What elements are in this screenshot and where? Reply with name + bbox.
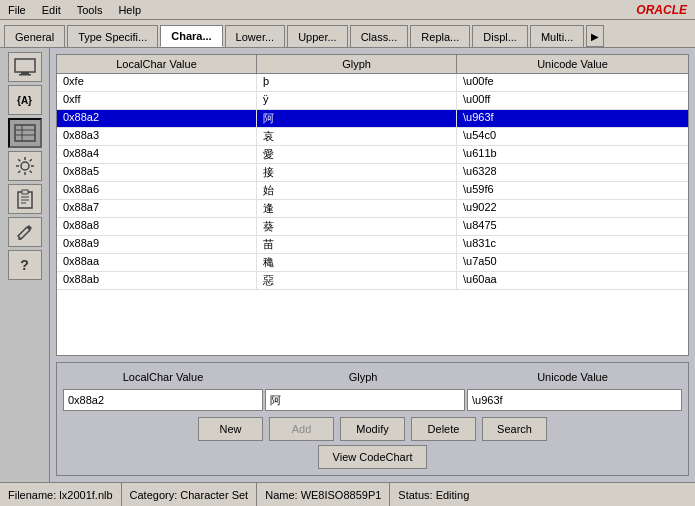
menu-file[interactable]: File xyxy=(4,3,30,17)
delete-button[interactable]: Delete xyxy=(411,417,476,441)
cell-glyph: 葵 xyxy=(257,218,457,235)
edit-form-header: LocalChar Value Glyph Unicode Value xyxy=(63,369,682,385)
edit-area: LocalChar Value Glyph Unicode Value New … xyxy=(56,362,689,476)
tab-displ[interactable]: Displ... xyxy=(472,25,528,47)
header-localchar: LocalChar Value xyxy=(57,55,257,73)
cell-glyph: 接 xyxy=(257,164,457,181)
status-filename: Filename: lx2001f.nlb xyxy=(0,483,122,506)
cell-localchar: 0x88ab xyxy=(57,272,257,289)
glyph-input[interactable] xyxy=(265,389,465,411)
menu-bar: File Edit Tools Help ORACLE xyxy=(0,0,695,20)
tab-type-specifi[interactable]: Type Specifi... xyxy=(67,25,158,47)
menu-items: File Edit Tools Help xyxy=(4,3,145,17)
edit-header-glyph: Glyph xyxy=(263,369,463,385)
cell-unicode: \u963f xyxy=(457,110,688,127)
header-glyph: Glyph xyxy=(257,55,457,73)
cell-glyph: ÿ xyxy=(257,92,457,109)
svg-rect-2 xyxy=(19,74,31,76)
cell-unicode: \u59f6 xyxy=(457,182,688,199)
cell-unicode: \u60aa xyxy=(457,272,688,289)
cell-localchar: 0x88a6 xyxy=(57,182,257,199)
tab-general[interactable]: General xyxy=(4,25,65,47)
cell-localchar: 0x88a8 xyxy=(57,218,257,235)
cell-localchar: 0x88a4 xyxy=(57,146,257,163)
table-body[interactable]: 0xfeþ\u00fe0xffÿ\u00ff0x88a2阿\u963f0x88a… xyxy=(57,74,688,355)
cell-localchar: 0x88aa xyxy=(57,254,257,271)
tab-multi[interactable]: Multi... xyxy=(530,25,584,47)
sidebar: {A} xyxy=(0,48,50,482)
table-row[interactable]: 0x88a2阿\u963f xyxy=(57,110,688,128)
modify-button[interactable]: Modify xyxy=(340,417,405,441)
edit-header-localchar: LocalChar Value xyxy=(63,369,263,385)
svg-rect-1 xyxy=(21,72,29,74)
search-button[interactable]: Search xyxy=(482,417,547,441)
cell-localchar: 0x88a3 xyxy=(57,128,257,145)
svg-rect-9 xyxy=(22,190,28,194)
cell-localchar: 0xfe xyxy=(57,74,257,91)
status-name: Name: WE8ISO8859P1 xyxy=(257,483,390,506)
view-codechart-button[interactable]: View CodeChart xyxy=(318,445,428,469)
svg-rect-0 xyxy=(15,59,35,72)
sidebar-icon-edit[interactable] xyxy=(8,217,42,247)
table-row[interactable]: 0x88a5接\u6328 xyxy=(57,164,688,182)
table-row[interactable]: 0x88a3哀\u54c0 xyxy=(57,128,688,146)
table-row[interactable]: 0x88a6始\u59f6 xyxy=(57,182,688,200)
localchar-input[interactable] xyxy=(63,389,263,411)
tab-lower[interactable]: Lower... xyxy=(225,25,286,47)
tab-class[interactable]: Class... xyxy=(350,25,409,47)
cell-localchar: 0x88a5 xyxy=(57,164,257,181)
cell-unicode: \u9022 xyxy=(457,200,688,217)
content-area: LocalChar Value Glyph Unicode Value 0xfe… xyxy=(50,48,695,482)
sidebar-icon-monitor[interactable] xyxy=(8,52,42,82)
cell-glyph: 穐 xyxy=(257,254,457,271)
cell-unicode: \u6328 xyxy=(457,164,688,181)
cell-unicode: \u00ff xyxy=(457,92,688,109)
cell-glyph: 阿 xyxy=(257,110,457,127)
table-row[interactable]: 0x88aa穐\u7a50 xyxy=(57,254,688,272)
tab-chara[interactable]: Chara... xyxy=(160,25,222,47)
table-row[interactable]: 0xfeþ\u00fe xyxy=(57,74,688,92)
table-row[interactable]: 0x88ab惡\u60aa xyxy=(57,272,688,290)
edit-inputs xyxy=(63,389,682,411)
tab-repla[interactable]: Repla... xyxy=(410,25,470,47)
tab-bar: General Type Specifi... Chara... Lower..… xyxy=(0,20,695,48)
cell-glyph: 愛 xyxy=(257,146,457,163)
char-table: LocalChar Value Glyph Unicode Value 0xfe… xyxy=(56,54,689,356)
table-row[interactable]: 0x88a4愛\u611b xyxy=(57,146,688,164)
cell-unicode: \u00fe xyxy=(457,74,688,91)
codechart-button-row: View CodeChart xyxy=(63,445,682,469)
action-buttons: New Add Modify Delete Search xyxy=(63,417,682,441)
sidebar-icon-help[interactable]: ? xyxy=(8,250,42,280)
menu-help[interactable]: Help xyxy=(114,3,145,17)
new-button[interactable]: New xyxy=(198,417,263,441)
cell-localchar: 0xff xyxy=(57,92,257,109)
status-editing: Status: Editing xyxy=(390,483,477,506)
sidebar-icon-clipboard[interactable] xyxy=(8,184,42,214)
cell-glyph: 始 xyxy=(257,182,457,199)
status-category: Category: Character Set xyxy=(122,483,258,506)
tab-upper[interactable]: Upper... xyxy=(287,25,348,47)
cell-unicode: \u54c0 xyxy=(457,128,688,145)
status-bar: Filename: lx2001f.nlb Category: Characte… xyxy=(0,482,695,506)
menu-edit[interactable]: Edit xyxy=(38,3,65,17)
cell-glyph: 苗 xyxy=(257,236,457,253)
sidebar-icon-table[interactable] xyxy=(8,118,42,148)
svg-rect-3 xyxy=(15,125,35,141)
table-row[interactable]: 0x88a7逢\u9022 xyxy=(57,200,688,218)
table-row[interactable]: 0x88a8葵\u8475 xyxy=(57,218,688,236)
main-area: {A} xyxy=(0,48,695,482)
add-button[interactable]: Add xyxy=(269,417,334,441)
tab-scroll-right[interactable]: ▶ xyxy=(586,25,604,47)
unicode-input[interactable] xyxy=(467,389,682,411)
table-row[interactable]: 0x88a9苗\u831c xyxy=(57,236,688,254)
table-row[interactable]: 0xffÿ\u00ff xyxy=(57,92,688,110)
sidebar-icon-settings[interactable] xyxy=(8,151,42,181)
header-unicode: Unicode Value xyxy=(457,55,688,73)
sidebar-icon-selection[interactable]: {A} xyxy=(8,85,42,115)
cell-unicode: \u831c xyxy=(457,236,688,253)
cell-glyph: 逢 xyxy=(257,200,457,217)
cell-unicode: \u7a50 xyxy=(457,254,688,271)
menu-tools[interactable]: Tools xyxy=(73,3,107,17)
table-header: LocalChar Value Glyph Unicode Value xyxy=(57,55,688,74)
cell-glyph: 惡 xyxy=(257,272,457,289)
